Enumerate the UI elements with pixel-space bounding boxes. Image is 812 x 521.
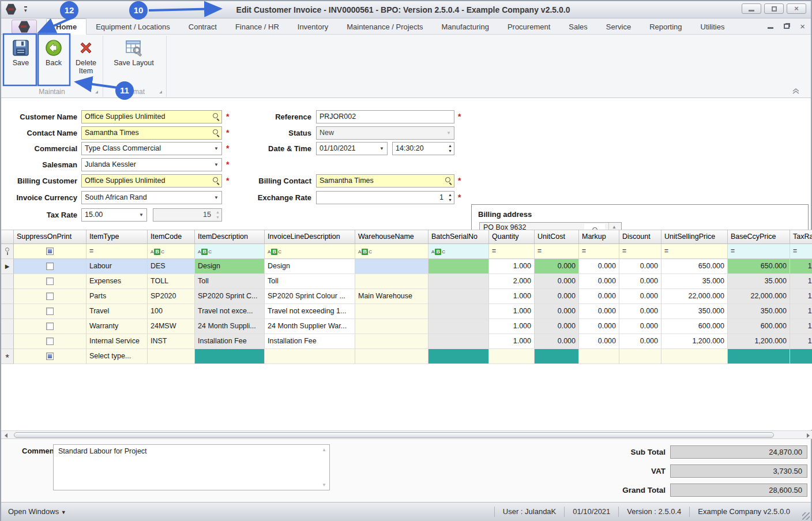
spinner-arrows-icon[interactable]: ▲▼ bbox=[448, 143, 452, 153]
filter-cell-invoicelinedescription[interactable]: ABC bbox=[265, 244, 355, 259]
grid-cell-warehousename[interactable]: Main Warehouse bbox=[355, 289, 428, 304]
grid-cell-batchserialno[interactable] bbox=[428, 334, 489, 349]
column-header-unitcost[interactable]: UnitCost bbox=[535, 230, 579, 244]
grid-cell-taxrate[interactable] bbox=[790, 349, 812, 364]
salesman-select[interactable]: Julanda Kessler ▼ bbox=[81, 158, 222, 171]
mdi-close-icon[interactable]: × bbox=[800, 21, 805, 31]
column-header-markup[interactable]: Markup bbox=[579, 230, 619, 244]
grid-cell-unitcost[interactable]: 0.000 bbox=[535, 289, 579, 304]
grid-cell-baseccyprice[interactable]: 1,200.000 bbox=[728, 334, 790, 349]
grid-cell-discount[interactable]: 0.000 bbox=[619, 274, 661, 289]
grid-cell-unitsellingprice[interactable] bbox=[661, 349, 728, 364]
tab-finance-hr[interactable]: Finance / HR bbox=[226, 18, 288, 35]
grid-cell-markup[interactable]: 0.000 bbox=[579, 334, 619, 349]
scroll-up-icon[interactable]: ▲ bbox=[612, 224, 616, 230]
grid-cell-itemtype[interactable]: Parts bbox=[87, 289, 148, 304]
delete-item-button[interactable]: Delete Item bbox=[70, 36, 102, 87]
column-header-warehousename[interactable]: WarehouseName bbox=[355, 230, 428, 244]
grid-cell-suppressonprint[interactable] bbox=[14, 334, 87, 349]
search-icon[interactable] bbox=[445, 177, 450, 182]
grid-cell-unitsellingprice[interactable]: 600.000 bbox=[661, 319, 728, 334]
filter-cell-itemcode[interactable]: ABC bbox=[148, 244, 195, 259]
filter-cell-markup[interactable]: = bbox=[579, 244, 619, 259]
filter-cell-baseccyprice[interactable]: = bbox=[728, 244, 790, 259]
suppress-checkbox[interactable] bbox=[46, 278, 54, 285]
grid-cell-itemdescription[interactable]: Travel not exce... bbox=[195, 304, 265, 319]
save-layout-button[interactable]: Save Layout bbox=[110, 36, 158, 87]
grid-cell-batchserialno[interactable] bbox=[428, 304, 489, 319]
mdi-restore-icon[interactable] bbox=[784, 24, 790, 29]
grid-cell-taxrate[interactable]: 15.000 bbox=[790, 289, 812, 304]
quick-access-dropdown-icon[interactable]: ▾ bbox=[24, 6, 27, 13]
grid-cell-itemtype[interactable]: Travel bbox=[87, 304, 148, 319]
grid-cell-suppressonprint[interactable] bbox=[14, 259, 87, 274]
tax-rate-select[interactable]: 15.00 ▼ bbox=[81, 208, 147, 222]
grid-cell-suppressonprint[interactable] bbox=[14, 349, 87, 364]
grid-cell-discount[interactable]: 0.000 bbox=[619, 304, 661, 319]
filter-cell-batchserialno[interactable]: ABC bbox=[428, 244, 489, 259]
grid-cell-quantity[interactable]: 2.000 bbox=[489, 274, 535, 289]
billing-customer-input[interactable]: Office Supplies Unlimited bbox=[81, 174, 222, 188]
grid-cell-discount[interactable]: 0.000 bbox=[619, 259, 661, 274]
suppress-checkbox[interactable] bbox=[46, 263, 54, 270]
maximize-button[interactable] bbox=[764, 3, 784, 14]
grid-cell-suppressonprint[interactable] bbox=[14, 319, 87, 334]
grid-cell-invoicelinedescription[interactable]: Travel not exceeding 1... bbox=[265, 304, 355, 319]
grid-cell-taxrate[interactable]: 15.000 bbox=[790, 334, 812, 349]
grid-cell-markup[interactable]: 0.000 bbox=[579, 274, 619, 289]
resize-grip[interactable] bbox=[802, 512, 810, 520]
scroll-up-icon[interactable]: ▲ bbox=[322, 447, 326, 452]
billing-contact-input[interactable]: Samantha Times bbox=[316, 174, 454, 188]
grid-cell-markup[interactable]: 0.000 bbox=[579, 259, 619, 274]
grid-cell-discount[interactable] bbox=[619, 349, 661, 364]
grid-cell-itemtype[interactable]: Select type... bbox=[87, 349, 148, 364]
date-input[interactable]: 01/10/2021 ▼ bbox=[316, 142, 388, 155]
grid-cell-baseccyprice[interactable]: 35.000 bbox=[728, 274, 790, 289]
grid-cell-taxrate[interactable]: 15.000 bbox=[790, 319, 812, 334]
grid-cell-taxrate[interactable]: 15.000 bbox=[790, 274, 812, 289]
grid-cell-unitsellingprice[interactable]: 350.000 bbox=[661, 304, 728, 319]
grid-cell-batchserialno[interactable] bbox=[428, 274, 489, 289]
column-header-itemtype[interactable]: ItemType bbox=[87, 230, 148, 244]
grid-cell-unitcost[interactable]: 0.000 bbox=[535, 274, 579, 289]
filter-cell-taxrate[interactable]: = bbox=[790, 244, 812, 259]
suppress-checkbox[interactable] bbox=[46, 293, 54, 300]
grid-cell-itemdescription[interactable] bbox=[195, 349, 265, 364]
suppress-checkbox[interactable] bbox=[46, 323, 54, 330]
column-header-unitsellingprice[interactable]: UnitSellingPrice bbox=[661, 230, 728, 244]
filter-cell-warehousename[interactable]: ABC bbox=[355, 244, 428, 259]
column-header-suppressonprint[interactable]: SuppressOnPrint bbox=[14, 230, 87, 244]
chevron-down-icon[interactable]: ▼ bbox=[379, 143, 384, 155]
grid-cell-unitcost[interactable]: 0.000 bbox=[535, 259, 579, 274]
exchange-rate-input[interactable]: 1 ▲▼ bbox=[316, 191, 454, 204]
grid-cell-quantity[interactable]: 1.000 bbox=[489, 304, 535, 319]
tab-manufacturing[interactable]: Manufacturing bbox=[433, 18, 498, 35]
search-icon[interactable] bbox=[213, 113, 218, 118]
column-header-invoicelinedescription[interactable]: InvoiceLineDescription bbox=[265, 230, 355, 244]
column-header-itemdescription[interactable]: ItemDescription bbox=[195, 230, 265, 244]
grid-cell-invoicelinedescription[interactable]: 24 Month Supplier War... bbox=[265, 319, 355, 334]
grid-cell-batchserialno[interactable] bbox=[428, 319, 489, 334]
tab-procurement[interactable]: Procurement bbox=[498, 18, 559, 35]
grid-cell-itemdescription[interactable]: Installation Fee bbox=[195, 334, 265, 349]
grid-cell-unitsellingprice[interactable]: 1,200.000 bbox=[661, 334, 728, 349]
filter-cell-quantity[interactable]: = bbox=[489, 244, 535, 259]
grid-cell-markup[interactable]: 0.000 bbox=[579, 289, 619, 304]
chevron-down-icon[interactable]: ▼ bbox=[214, 159, 219, 171]
grid-cell-warehousename[interactable] bbox=[355, 319, 428, 334]
filter-cell-suppressonprint[interactable] bbox=[14, 244, 87, 259]
filter-cell-unitcost[interactable]: = bbox=[535, 244, 579, 259]
column-header-batchserialno[interactable]: BatchSerialNo bbox=[428, 230, 489, 244]
back-button[interactable]: Back bbox=[39, 36, 68, 87]
tab-sales[interactable]: Sales bbox=[559, 18, 597, 35]
grid-cell-itemdescription[interactable]: SP2020 Sprint C... bbox=[195, 289, 265, 304]
scroll-right-icon[interactable] bbox=[807, 433, 810, 438]
tab-equipment-locations[interactable]: Equipment / Locations bbox=[87, 18, 179, 35]
grid-cell-itemcode[interactable]: DES bbox=[148, 259, 195, 274]
grid-cell-discount[interactable]: 0.000 bbox=[619, 334, 661, 349]
tab-service[interactable]: Service bbox=[597, 18, 640, 35]
comment-textarea[interactable]: Standard Labour for Project ▲ ▼ bbox=[53, 444, 330, 490]
grid-cell-taxrate[interactable]: 15.000 bbox=[790, 304, 812, 319]
grid-cell-unitcost[interactable]: 0.000 bbox=[535, 304, 579, 319]
column-header-quantity[interactable]: Quantity bbox=[489, 230, 535, 244]
